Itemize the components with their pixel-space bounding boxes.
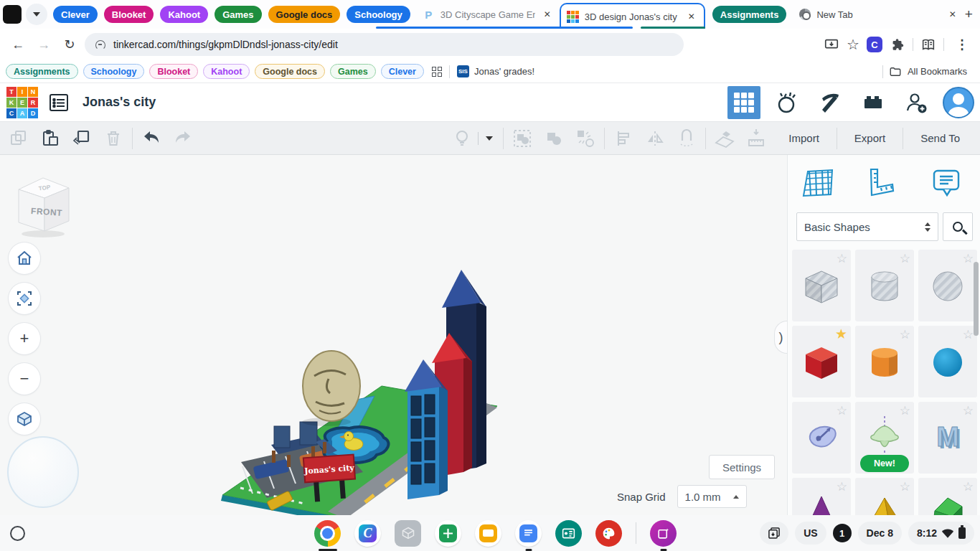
fit-view-button[interactable] <box>9 283 40 314</box>
export-button[interactable]: Export <box>840 126 900 151</box>
workplane-tool-button[interactable] <box>709 126 740 151</box>
notification-counter[interactable]: 1 <box>833 524 852 542</box>
screen-capture-tray-button[interactable] <box>760 522 788 545</box>
tab-group-blooket[interactable]: Blooket <box>104 6 154 23</box>
bookmark-folder-games[interactable]: Games <box>330 64 376 79</box>
ungroup-all-button[interactable] <box>570 126 601 151</box>
view-cube[interactable]: FRONT TOP <box>10 171 76 240</box>
install-icon[interactable] <box>824 37 839 52</box>
close-tab-icon[interactable]: ✕ <box>541 8 554 21</box>
workplane-helper-button[interactable] <box>799 165 835 201</box>
favorite-star-icon[interactable]: ☆ <box>900 403 910 418</box>
account-avatar[interactable] <box>943 87 974 118</box>
shape-box[interactable]: ★ <box>792 326 851 397</box>
screencast-app-icon[interactable] <box>555 520 582 547</box>
extensions-puzzle-icon[interactable] <box>890 37 905 52</box>
zoom-in-button[interactable]: + <box>9 323 40 354</box>
shape-sphere-hole[interactable]: ☆ <box>918 250 977 321</box>
show-hide-button[interactable] <box>446 126 478 151</box>
home-view-button[interactable] <box>9 242 40 274</box>
close-tab-icon[interactable]: ✕ <box>946 8 959 21</box>
close-tab-icon[interactable]: ✕ <box>685 10 698 23</box>
tab-group-google-docs[interactable]: Google docs <box>268 6 341 23</box>
minimize-button[interactable]: − <box>973 4 980 25</box>
shape-cone[interactable]: ☆ <box>792 478 851 515</box>
favorite-star-icon[interactable]: ☆ <box>900 251 910 266</box>
tab-group-schoology[interactable]: Schoology <box>347 6 410 23</box>
snap-magnet-button[interactable] <box>671 126 702 151</box>
bookmark-star-icon[interactable]: ☆ <box>847 36 859 53</box>
ruler-tool-button[interactable] <box>740 126 772 151</box>
share-invite-button[interactable] <box>900 86 933 119</box>
duplicate-button[interactable] <box>66 126 98 151</box>
cube-app-icon[interactable] <box>395 520 421 547</box>
mode-bricks-button[interactable] <box>857 86 890 119</box>
settings-button[interactable]: Settings <box>709 455 775 479</box>
city-scene[interactable]: Jonas's city <box>0 155 787 515</box>
notes-button[interactable] <box>928 165 964 201</box>
shape-pyramid[interactable]: ☆ <box>855 478 914 515</box>
perspective-toggle-button[interactable] <box>9 403 40 435</box>
design-canvas[interactable]: Jonas's city FRONT TOP <box>0 155 787 515</box>
docs-app-icon[interactable] <box>515 520 542 547</box>
send-to-button[interactable]: Send To <box>906 126 974 151</box>
chrome-app-icon[interactable] <box>314 520 341 547</box>
redo-button[interactable] <box>167 126 199 151</box>
tab-tinkercad-active[interactable]: 3D design Jonas's city - T ✕ <box>560 3 705 29</box>
bookmark-folder-kahoot[interactable]: Kahoot <box>203 64 250 79</box>
favorite-star-icon[interactable]: ☆ <box>963 403 974 418</box>
shape-scribble[interactable]: ☆ <box>792 402 851 474</box>
orbit-control-ball[interactable] <box>7 436 79 508</box>
tinkercad-logo[interactable]: TIN KER CAD <box>6 87 38 118</box>
back-button[interactable]: ← <box>7 34 29 55</box>
favorite-star-icon[interactable]: ☆ <box>963 479 974 494</box>
apps-grid-icon[interactable] <box>432 67 442 77</box>
yellow-app-icon[interactable] <box>475 520 501 547</box>
mode-sim-lab-button[interactable] <box>771 86 804 119</box>
browser-menu-icon[interactable]: ⋮ <box>951 37 973 52</box>
bookmark-folder-schoology[interactable]: Schoology <box>83 64 145 79</box>
ungroup-button[interactable] <box>538 126 570 151</box>
favorite-star-icon[interactable]: ★ <box>835 326 847 342</box>
shape-text[interactable]: ☆ MM <box>918 402 977 474</box>
tab-cityscape[interactable]: P 3D Cityscape Game Envi ✕ <box>417 2 560 27</box>
green-plus-app-icon[interactable] <box>435 520 461 547</box>
canva-app-icon[interactable]: C <box>354 520 381 547</box>
group-button[interactable] <box>507 126 538 151</box>
shape-search-button[interactable] <box>943 212 973 241</box>
favorite-star-icon[interactable]: ☆ <box>837 403 847 418</box>
paste-button[interactable] <box>34 126 66 151</box>
design-properties-icon[interactable] <box>48 92 70 113</box>
bookmark-folder-google-docs[interactable]: Google docs <box>255 64 325 79</box>
favorite-star-icon[interactable]: ☆ <box>837 479 847 494</box>
tab-new-tab[interactable]: New Tab ✕ <box>793 2 964 27</box>
panel-scrollbar[interactable] <box>974 262 979 336</box>
bookmark-grades-link[interactable]: Jonas' grades! <box>474 66 534 77</box>
favorite-star-icon[interactable]: ☆ <box>963 251 974 266</box>
import-button[interactable]: Import <box>774 126 834 151</box>
bookmark-folder-blooket[interactable]: Blooket <box>149 64 198 79</box>
reload-button[interactable]: ↻ <box>59 34 80 55</box>
bookmark-folder-clever[interactable]: Clever <box>381 64 424 79</box>
keyboard-layout-button[interactable]: US <box>795 522 826 545</box>
tab-group-games[interactable]: Games <box>215 6 261 23</box>
date-button[interactable]: Dec 8 <box>858 522 902 545</box>
favorite-star-icon[interactable]: ☆ <box>837 251 847 266</box>
bookmark-folder-assignments[interactable]: Assignments <box>6 64 78 79</box>
tab-group-clever[interactable]: Clever <box>53 6 98 23</box>
tab-search-button[interactable] <box>26 4 47 25</box>
ruler-helper-button[interactable] <box>864 165 900 201</box>
shape-cylinder[interactable]: ☆ <box>855 326 914 397</box>
delete-button[interactable] <box>98 126 129 151</box>
shape-diamond[interactable]: ☆ <box>918 478 977 515</box>
tab-group-assignments[interactable]: Assignments <box>712 6 787 23</box>
design-title[interactable]: Jonas's city <box>83 95 156 110</box>
status-tray[interactable]: 8:12 <box>908 522 974 545</box>
site-info-icon[interactable] <box>95 39 106 50</box>
mode-3d-editor-button[interactable] <box>727 86 760 119</box>
mirror-button[interactable] <box>639 126 671 151</box>
show-hide-dropdown[interactable] <box>479 126 500 151</box>
launcher-button[interactable] <box>10 526 25 541</box>
undo-button[interactable] <box>136 126 167 151</box>
shape-cylinder-hole[interactable]: ☆ <box>855 250 914 321</box>
